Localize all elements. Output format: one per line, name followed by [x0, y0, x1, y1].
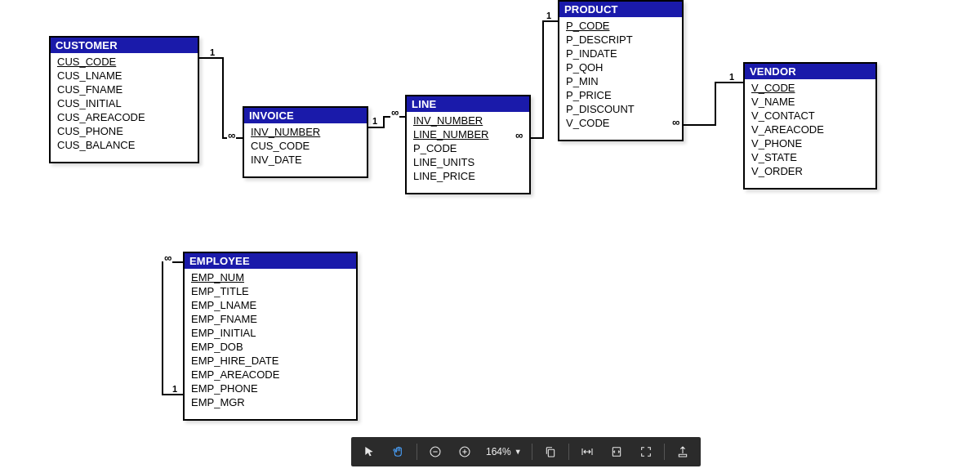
separator	[416, 444, 417, 460]
entity-vendor[interactable]: VENDOR V_CODE V_NAME V_CONTACT V_AREACOD…	[743, 62, 877, 190]
field: EMP_PHONE	[185, 382, 356, 395]
field: INV_DATE	[244, 153, 367, 167]
cardinality-many: ∞	[390, 106, 399, 118]
entity-body: INV_NUMBER CUS_CODE INV_DATE	[244, 123, 367, 176]
relationship-line	[162, 261, 163, 394]
field-pk: CUS_CODE	[51, 55, 198, 69]
cardinality-many: ∞	[671, 116, 680, 128]
field: V_ORDER	[745, 164, 875, 178]
cardinality-many: ∞	[163, 252, 172, 264]
cardinality-many: ∞	[514, 129, 523, 141]
entity-invoice[interactable]: INVOICE INV_NUMBER CUS_CODE INV_DATE	[243, 106, 368, 178]
field: P_CODE	[407, 141, 529, 155]
cardinality-one: 1	[209, 47, 216, 57]
zoom-level[interactable]: 164% ▼	[483, 446, 525, 457]
entity-line[interactable]: LINE INV_NUMBER LINE_NUMBER P_CODE LINE_…	[405, 95, 531, 194]
copy-icon	[544, 445, 557, 458]
entity-body: INV_NUMBER LINE_NUMBER P_CODE LINE_UNITS…	[407, 112, 529, 193]
fit-page-icon	[610, 445, 623, 458]
entity-product[interactable]: PRODUCT P_CODE P_DESCRIPT P_INDATE P_QOH…	[558, 0, 684, 141]
minus-circle-icon	[429, 445, 442, 458]
field-pk: V_CODE	[745, 81, 875, 95]
relationship-line	[715, 82, 716, 126]
relationship-line	[383, 116, 385, 128]
viewer-toolbar: 164% ▼	[351, 437, 701, 466]
field: EMP_DOB	[185, 340, 356, 354]
entity-employee[interactable]: EMPLOYEE EMP_NUM EMP_TITLE EMP_LNAME EMP…	[183, 252, 358, 421]
relationship-line	[542, 20, 544, 139]
field: V_CODE	[559, 116, 682, 130]
cardinality-one: 1	[546, 11, 552, 20]
entity-customer[interactable]: CUSTOMER CUS_CODE CUS_LNAME CUS_FNAME CU…	[49, 36, 199, 163]
cardinality-one: 1	[728, 72, 735, 82]
field: LINE_UNITS	[407, 155, 529, 169]
entity-body: P_CODE P_DESCRIPT P_INDATE P_QOH P_MIN P…	[559, 17, 682, 140]
field: LINE_PRICE	[407, 169, 529, 183]
entity-title: VENDOR	[745, 64, 875, 79]
entity-title: PRODUCT	[559, 2, 682, 17]
entity-body: V_CODE V_NAME V_CONTACT V_AREACODE V_PHO…	[745, 79, 875, 188]
cardinality-one: 1	[372, 116, 378, 126]
plus-circle-icon	[458, 445, 471, 458]
relationship-line	[222, 57, 224, 139]
zoom-value: 164%	[486, 446, 511, 457]
fit-page-button[interactable]	[605, 440, 628, 463]
field: CUS_AREACODE	[51, 110, 198, 124]
field-pk: EMP_NUM	[185, 270, 356, 284]
entity-body: EMP_NUM EMP_TITLE EMP_LNAME EMP_FNAME EM…	[185, 269, 356, 419]
field: CUS_FNAME	[51, 83, 198, 96]
field: EMP_HIRE_DATE	[185, 354, 356, 368]
export-button[interactable]	[671, 440, 694, 463]
hand-tool-button[interactable]	[387, 440, 410, 463]
relationship-line	[715, 82, 743, 83]
field: V_AREACODE	[745, 123, 875, 136]
field: EMP_INITIAL	[185, 326, 356, 340]
entity-title: EMPLOYEE	[185, 253, 356, 269]
relationship-line	[542, 20, 558, 22]
separator	[568, 444, 569, 460]
field: P_DISCOUNT	[559, 102, 682, 116]
export-icon	[676, 445, 689, 458]
svg-rect-5	[548, 449, 554, 457]
field: EMP_LNAME	[185, 298, 356, 312]
fullscreen-button[interactable]	[635, 440, 657, 463]
field: V_CONTACT	[745, 109, 875, 123]
separator	[532, 444, 532, 460]
hand-icon	[392, 445, 405, 458]
field: CUS_PHONE	[51, 124, 198, 138]
field: P_INDATE	[559, 47, 682, 60]
fit-width-icon	[581, 445, 594, 458]
cardinality-many: ∞	[227, 129, 236, 141]
entity-title: LINE	[407, 96, 529, 112]
field: CUS_CODE	[244, 139, 367, 153]
field: P_DESCRIPT	[559, 33, 682, 47]
relationship-line	[198, 57, 222, 59]
pointer-icon	[363, 445, 376, 458]
field: P_MIN	[559, 74, 682, 88]
field: EMP_TITLE	[185, 284, 356, 298]
fit-width-button[interactable]	[576, 440, 599, 463]
pointer-tool-button[interactable]	[358, 440, 381, 463]
field: EMP_MGR	[185, 395, 356, 409]
entity-body: CUS_CODE CUS_LNAME CUS_FNAME CUS_INITIAL…	[51, 53, 198, 162]
field: V_NAME	[745, 95, 875, 109]
field-pk: P_CODE	[559, 19, 682, 33]
fullscreen-icon	[639, 445, 653, 458]
relationship-line	[682, 124, 715, 126]
entity-title: CUSTOMER	[51, 38, 198, 53]
erd-canvas: CUSTOMER CUS_CODE CUS_LNAME CUS_FNAME CU…	[0, 0, 980, 473]
field: CUS_INITIAL	[51, 96, 198, 110]
field: P_QOH	[559, 60, 682, 74]
cardinality-one: 1	[172, 384, 178, 394]
field: EMP_FNAME	[185, 312, 356, 326]
relationship-line	[367, 127, 383, 128]
zoom-in-button[interactable]	[453, 440, 476, 463]
field: CUS_BALANCE	[51, 138, 198, 152]
field: EMP_AREACODE	[185, 368, 356, 382]
zoom-out-button[interactable]	[424, 440, 447, 463]
field-pk: INV_NUMBER	[244, 125, 367, 139]
field: INV_NUMBER	[407, 114, 529, 127]
field: V_PHONE	[745, 136, 875, 150]
caret-down-icon: ▼	[514, 448, 522, 456]
copy-button[interactable]	[539, 440, 562, 463]
